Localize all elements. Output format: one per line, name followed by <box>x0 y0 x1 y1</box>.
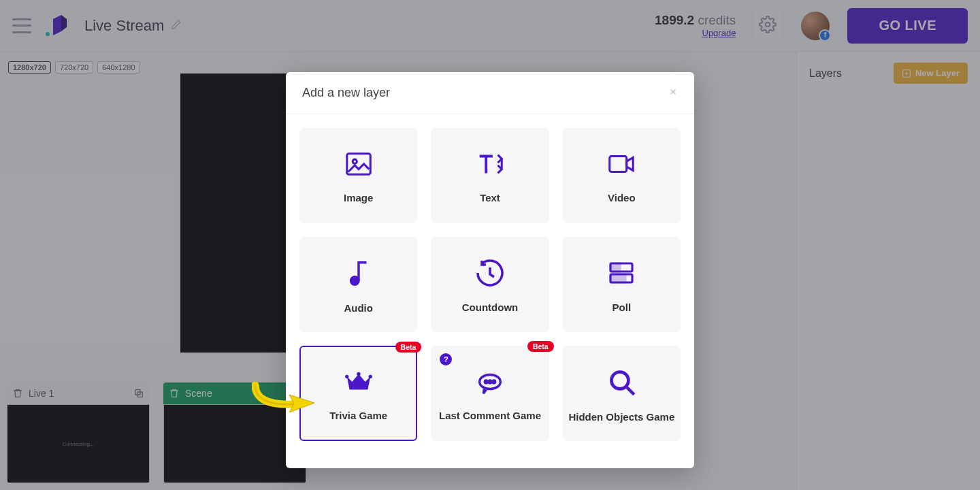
layer-tile-text[interactable]: Text <box>431 128 549 223</box>
poll-icon <box>605 257 638 289</box>
svg-point-17 <box>489 380 491 383</box>
layer-tile-audio[interactable]: Audio <box>299 237 417 332</box>
layer-tile-countdown[interactable]: Countdown <box>431 237 549 332</box>
image-icon <box>342 148 376 180</box>
tile-label: Hidden Objects Game <box>564 411 679 423</box>
layer-tile-hidden-objects-game[interactable]: Hidden Objects Game <box>563 346 681 441</box>
text-icon <box>473 148 507 180</box>
tile-label: Countdown <box>458 301 522 313</box>
modal-title: Add a new layer <box>302 86 390 100</box>
svg-point-16 <box>485 380 487 383</box>
add-layer-modal: Add a new layer Image Text <box>286 72 694 468</box>
svg-point-15 <box>368 374 372 378</box>
audio-icon <box>343 256 374 290</box>
help-icon[interactable]: ? <box>440 353 452 365</box>
svg-rect-12 <box>610 274 625 282</box>
svg-point-13 <box>345 374 348 378</box>
modal-overlay[interactable]: Add a new layer Image Text <box>0 0 980 490</box>
tile-label: Poll <box>608 301 636 313</box>
svg-point-19 <box>612 372 629 389</box>
magnifier-icon <box>604 365 638 399</box>
layer-tile-image[interactable]: Image <box>299 128 417 223</box>
beta-badge: Beta <box>395 342 422 353</box>
svg-point-18 <box>493 380 495 383</box>
close-icon[interactable] <box>668 86 678 100</box>
speech-bubble-icon <box>472 366 508 397</box>
tile-label: Last Comment Game <box>435 410 545 421</box>
svg-rect-7 <box>610 156 627 172</box>
tile-label: Image <box>340 192 377 203</box>
tile-label: Audio <box>340 302 377 314</box>
tile-label: Video <box>604 192 640 203</box>
svg-rect-11 <box>610 263 620 272</box>
layer-tile-trivia-game[interactable]: Beta Trivia Game <box>299 346 417 441</box>
beta-badge: Beta <box>527 341 554 352</box>
svg-point-14 <box>357 372 360 375</box>
tile-label: Trivia Game <box>325 410 391 421</box>
video-icon <box>603 148 640 180</box>
layer-tile-video[interactable]: Video <box>563 128 681 223</box>
svg-point-6 <box>353 159 357 163</box>
countdown-icon <box>474 257 506 289</box>
layer-tile-last-comment-game[interactable]: Beta ? Last Comment Game <box>431 346 549 441</box>
crown-icon <box>341 366 376 397</box>
layer-tile-poll[interactable]: Poll <box>563 237 681 332</box>
tile-label: Text <box>476 192 504 203</box>
svg-rect-5 <box>346 153 370 174</box>
